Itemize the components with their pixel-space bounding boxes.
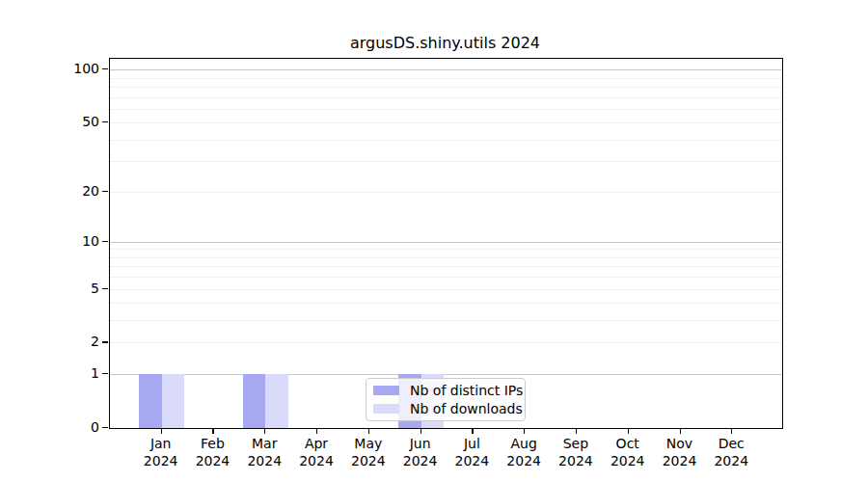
gridline-minor [110,303,782,304]
gridline-minor [110,249,782,250]
gridline-minor [110,78,782,79]
x-tick-year: 2024 [339,452,397,469]
x-tick-label: Jul2024 [443,435,501,469]
gridline-minor [110,97,782,98]
x-tick-year: 2024 [132,452,190,469]
x-tick-year: 2024 [651,452,709,469]
x-tick [316,428,317,434]
x-tick-label: Dec2024 [702,435,760,469]
x-tick-month: Nov [651,435,709,452]
bar-downloads-jan [162,374,185,428]
y-tick-label: 1 [51,366,99,380]
x-tick-month: Dec [702,435,760,452]
legend-label-downloads: Nb of downloads [410,401,523,416]
y-tick [102,191,108,192]
gridline-minor [110,161,782,162]
x-tick [680,428,681,434]
x-tick-month: Sep [547,435,605,452]
x-tick-label: Mar2024 [235,435,293,469]
legend-item-distinct-ips: Nb of distinct IPs [372,381,519,400]
legend: Nb of distinct IPs Nb of downloads [366,378,526,421]
y-tick [102,121,108,122]
x-tick-year: 2024 [287,452,345,469]
x-tick-label: Feb2024 [183,435,241,469]
x-tick-year: 2024 [183,452,241,469]
x-tick [576,428,577,434]
gridline-minor [110,320,782,321]
y-tick [102,241,108,242]
bar-distinct-ips-jan [139,374,162,428]
figure: argusDS.shiny.utils 2024 Nb of distinct … [0,0,868,482]
x-tick-label: Sep2024 [547,435,605,469]
gridline-major [110,69,782,70]
gridline-minor [110,87,782,88]
x-tick-year: 2024 [702,452,760,469]
gridline-minor [110,109,782,110]
x-tick-month: Mar [235,435,293,452]
bar-downloads-mar [265,374,288,428]
x-tick-year: 2024 [599,452,657,469]
legend-swatch-downloads [373,404,399,414]
x-tick-label: Apr2024 [287,435,345,469]
legend-swatch-distinct-ips [373,386,399,395]
x-tick-year: 2024 [495,452,553,469]
y-tick [102,68,108,69]
y-tick [102,288,108,289]
y-tick-label: 5 [51,281,99,295]
gridline-minor [110,140,782,141]
gridline-major [110,374,782,375]
x-tick-label: Aug2024 [495,435,553,469]
x-tick-month: Feb [183,435,241,452]
x-tick-month: Jun [392,435,449,452]
gridline-minor [110,122,782,123]
bar-distinct-ips-mar [243,374,266,428]
gridline-minor [110,257,782,258]
x-tick [420,428,421,434]
gridline-minor [110,289,782,290]
x-tick-label: Jun2024 [392,435,449,469]
gridline-major [110,242,782,243]
x-tick-label: Oct2024 [599,435,657,469]
x-tick [161,428,162,434]
gridline-minor [110,277,782,278]
x-tick-month: Aug [495,435,553,452]
x-tick-label: Jan2024 [132,435,190,469]
x-tick-month: May [339,435,397,452]
y-tick [102,427,108,428]
x-tick [212,428,213,434]
x-tick-year: 2024 [235,452,293,469]
gridline-minor [110,192,782,193]
y-tick-label: 20 [51,184,99,198]
y-tick [102,373,108,374]
x-tick [731,428,732,434]
x-tick-month: Jul [443,435,501,452]
y-tick-label: 10 [51,234,99,248]
x-tick-year: 2024 [443,452,501,469]
y-tick-label: 100 [51,62,99,75]
y-tick-label: 2 [51,335,99,348]
x-tick-month: Apr [287,435,345,452]
x-tick-label: May2024 [339,435,397,469]
x-tick-label: Nov2024 [651,435,709,469]
y-tick [102,341,108,342]
plot-area: Nb of distinct IPs Nb of downloads [109,58,783,429]
x-tick-year: 2024 [547,452,605,469]
y-tick-label: 0 [51,420,99,434]
legend-item-downloads: Nb of downloads [372,400,519,419]
x-tick-month: Oct [599,435,657,452]
x-tick [472,428,473,434]
x-tick [264,428,265,434]
x-tick [628,428,629,434]
x-tick-year: 2024 [392,452,449,469]
legend-label-distinct-ips: Nb of distinct IPs [410,383,523,398]
gridline-minor [110,342,782,343]
y-tick-label: 50 [51,115,99,128]
x-tick [368,428,369,434]
chart-title: argusDS.shiny.utils 2024 [109,34,781,52]
gridline-minor [110,266,782,267]
x-tick [524,428,525,434]
x-tick-month: Jan [132,435,190,452]
